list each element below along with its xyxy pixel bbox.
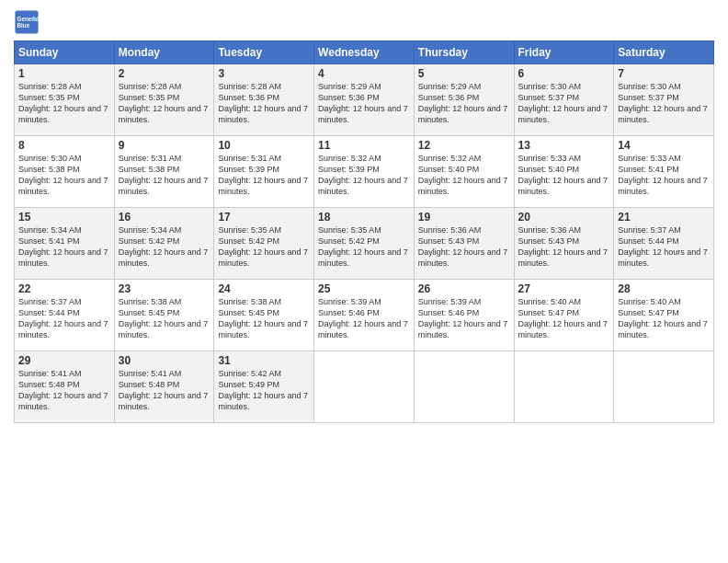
calendar-table: SundayMondayTuesdayWednesdayThursdayFrid… xyxy=(14,40,714,423)
day-number: 24 xyxy=(218,282,310,295)
calendar-cell xyxy=(514,351,614,423)
page-container: General Blue SundayMondayTuesdayWednesda… xyxy=(0,0,728,432)
day-info: Sunrise: 5:41 AM Sunset: 5:48 PM Dayligh… xyxy=(119,368,210,413)
calendar-cell xyxy=(614,351,714,423)
calendar-cell: 16Sunrise: 5:34 AM Sunset: 5:42 PM Dayli… xyxy=(114,208,214,280)
day-number: 15 xyxy=(18,211,110,224)
column-header-friday: Friday xyxy=(514,41,614,64)
day-number: 29 xyxy=(18,354,110,367)
day-info: Sunrise: 5:32 AM Sunset: 5:40 PM Dayligh… xyxy=(418,153,510,198)
calendar-cell xyxy=(414,351,514,423)
calendar-header-row: SundayMondayTuesdayWednesdayThursdayFrid… xyxy=(15,41,714,64)
column-header-monday: Monday xyxy=(114,41,214,64)
calendar-cell: 1Sunrise: 5:28 AM Sunset: 5:35 PM Daylig… xyxy=(15,64,115,136)
day-number: 25 xyxy=(318,282,410,295)
day-info: Sunrise: 5:40 AM Sunset: 5:47 PM Dayligh… xyxy=(518,296,610,341)
day-info: Sunrise: 5:34 AM Sunset: 5:41 PM Dayligh… xyxy=(18,224,110,270)
day-info: Sunrise: 5:31 AM Sunset: 5:39 PM Dayligh… xyxy=(218,153,310,198)
day-number: 7 xyxy=(618,67,710,80)
day-info: Sunrise: 5:38 AM Sunset: 5:45 PM Dayligh… xyxy=(119,296,210,341)
day-info: Sunrise: 5:33 AM Sunset: 5:40 PM Dayligh… xyxy=(518,153,610,198)
day-info: Sunrise: 5:42 AM Sunset: 5:49 PM Dayligh… xyxy=(218,368,310,413)
day-info: Sunrise: 5:31 AM Sunset: 5:38 PM Dayligh… xyxy=(119,153,210,198)
calendar-body: 1Sunrise: 5:28 AM Sunset: 5:35 PM Daylig… xyxy=(15,64,714,423)
day-number: 5 xyxy=(418,67,510,80)
day-info: Sunrise: 5:28 AM Sunset: 5:35 PM Dayligh… xyxy=(18,81,110,126)
calendar-cell: 15Sunrise: 5:34 AM Sunset: 5:41 PM Dayli… xyxy=(15,208,115,280)
day-number: 26 xyxy=(418,282,510,295)
calendar-cell: 19Sunrise: 5:36 AM Sunset: 5:43 PM Dayli… xyxy=(414,208,514,280)
day-number: 14 xyxy=(618,139,710,152)
day-info: Sunrise: 5:41 AM Sunset: 5:48 PM Dayligh… xyxy=(18,368,110,413)
calendar-cell: 12Sunrise: 5:32 AM Sunset: 5:40 PM Dayli… xyxy=(414,136,514,208)
day-number: 10 xyxy=(218,139,310,152)
day-info: Sunrise: 5:30 AM Sunset: 5:38 PM Dayligh… xyxy=(18,153,110,198)
day-number: 27 xyxy=(518,282,610,295)
day-info: Sunrise: 5:33 AM Sunset: 5:41 PM Dayligh… xyxy=(618,153,710,198)
day-number: 12 xyxy=(418,139,510,152)
calendar-cell: 13Sunrise: 5:33 AM Sunset: 5:40 PM Dayli… xyxy=(514,136,614,208)
day-number: 30 xyxy=(119,354,210,367)
day-number: 8 xyxy=(18,139,110,152)
calendar-cell: 31Sunrise: 5:42 AM Sunset: 5:49 PM Dayli… xyxy=(214,351,314,423)
day-number: 1 xyxy=(18,67,110,80)
logo: General Blue xyxy=(14,9,43,35)
day-info: Sunrise: 5:29 AM Sunset: 5:36 PM Dayligh… xyxy=(318,81,410,126)
calendar-week-5: 29Sunrise: 5:41 AM Sunset: 5:48 PM Dayli… xyxy=(15,351,714,423)
calendar-cell: 21Sunrise: 5:37 AM Sunset: 5:44 PM Dayli… xyxy=(614,208,714,280)
day-number: 4 xyxy=(318,67,410,80)
calendar-cell: 7Sunrise: 5:30 AM Sunset: 5:37 PM Daylig… xyxy=(614,64,714,136)
calendar-cell: 10Sunrise: 5:31 AM Sunset: 5:39 PM Dayli… xyxy=(214,136,314,208)
svg-text:Blue: Blue xyxy=(17,22,30,29)
calendar-cell: 6Sunrise: 5:30 AM Sunset: 5:37 PM Daylig… xyxy=(514,64,614,136)
day-info: Sunrise: 5:38 AM Sunset: 5:45 PM Dayligh… xyxy=(218,296,310,341)
day-number: 23 xyxy=(119,282,210,295)
calendar-week-1: 1Sunrise: 5:28 AM Sunset: 5:35 PM Daylig… xyxy=(15,64,714,136)
day-number: 31 xyxy=(218,354,310,367)
day-info: Sunrise: 5:30 AM Sunset: 5:37 PM Dayligh… xyxy=(618,81,710,126)
calendar-week-4: 22Sunrise: 5:37 AM Sunset: 5:44 PM Dayli… xyxy=(15,280,714,351)
calendar-cell: 30Sunrise: 5:41 AM Sunset: 5:48 PM Dayli… xyxy=(114,351,214,423)
column-header-saturday: Saturday xyxy=(614,41,714,64)
calendar-cell xyxy=(314,351,415,423)
day-number: 22 xyxy=(18,282,110,295)
day-number: 11 xyxy=(318,139,410,152)
logo-icon: General Blue xyxy=(14,9,40,35)
calendar-cell: 29Sunrise: 5:41 AM Sunset: 5:48 PM Dayli… xyxy=(15,351,115,423)
day-info: Sunrise: 5:37 AM Sunset: 5:44 PM Dayligh… xyxy=(618,224,710,270)
calendar-cell: 17Sunrise: 5:35 AM Sunset: 5:42 PM Dayli… xyxy=(214,208,314,280)
calendar-cell: 24Sunrise: 5:38 AM Sunset: 5:45 PM Dayli… xyxy=(214,280,314,351)
day-info: Sunrise: 5:39 AM Sunset: 5:46 PM Dayligh… xyxy=(418,296,510,341)
column-header-thursday: Thursday xyxy=(414,41,514,64)
day-info: Sunrise: 5:29 AM Sunset: 5:36 PM Dayligh… xyxy=(418,81,510,126)
day-number: 19 xyxy=(418,211,510,224)
day-number: 9 xyxy=(119,139,210,152)
column-header-tuesday: Tuesday xyxy=(214,41,314,64)
day-number: 13 xyxy=(518,139,610,152)
day-info: Sunrise: 5:30 AM Sunset: 5:37 PM Dayligh… xyxy=(518,81,610,126)
column-header-wednesday: Wednesday xyxy=(314,41,415,64)
header: General Blue xyxy=(14,9,714,35)
day-number: 6 xyxy=(518,67,610,80)
calendar-cell: 23Sunrise: 5:38 AM Sunset: 5:45 PM Dayli… xyxy=(114,280,214,351)
day-info: Sunrise: 5:36 AM Sunset: 5:43 PM Dayligh… xyxy=(518,224,610,270)
column-header-sunday: Sunday xyxy=(15,41,115,64)
day-number: 20 xyxy=(518,211,610,224)
calendar-cell: 20Sunrise: 5:36 AM Sunset: 5:43 PM Dayli… xyxy=(514,208,614,280)
calendar-cell: 8Sunrise: 5:30 AM Sunset: 5:38 PM Daylig… xyxy=(15,136,115,208)
calendar-week-2: 8Sunrise: 5:30 AM Sunset: 5:38 PM Daylig… xyxy=(15,136,714,208)
day-info: Sunrise: 5:28 AM Sunset: 5:35 PM Dayligh… xyxy=(119,81,210,126)
calendar-cell: 2Sunrise: 5:28 AM Sunset: 5:35 PM Daylig… xyxy=(114,64,214,136)
day-info: Sunrise: 5:39 AM Sunset: 5:46 PM Dayligh… xyxy=(318,296,410,341)
day-number: 28 xyxy=(618,282,710,295)
calendar-cell: 9Sunrise: 5:31 AM Sunset: 5:38 PM Daylig… xyxy=(114,136,214,208)
calendar-cell: 4Sunrise: 5:29 AM Sunset: 5:36 PM Daylig… xyxy=(314,64,415,136)
day-info: Sunrise: 5:32 AM Sunset: 5:39 PM Dayligh… xyxy=(318,153,410,198)
calendar-cell: 5Sunrise: 5:29 AM Sunset: 5:36 PM Daylig… xyxy=(414,64,514,136)
day-info: Sunrise: 5:37 AM Sunset: 5:44 PM Dayligh… xyxy=(18,296,110,341)
calendar-cell: 3Sunrise: 5:28 AM Sunset: 5:36 PM Daylig… xyxy=(214,64,314,136)
day-info: Sunrise: 5:34 AM Sunset: 5:42 PM Dayligh… xyxy=(119,224,210,270)
calendar-cell: 28Sunrise: 5:40 AM Sunset: 5:47 PM Dayli… xyxy=(614,280,714,351)
day-number: 3 xyxy=(218,67,310,80)
day-number: 16 xyxy=(119,211,210,224)
